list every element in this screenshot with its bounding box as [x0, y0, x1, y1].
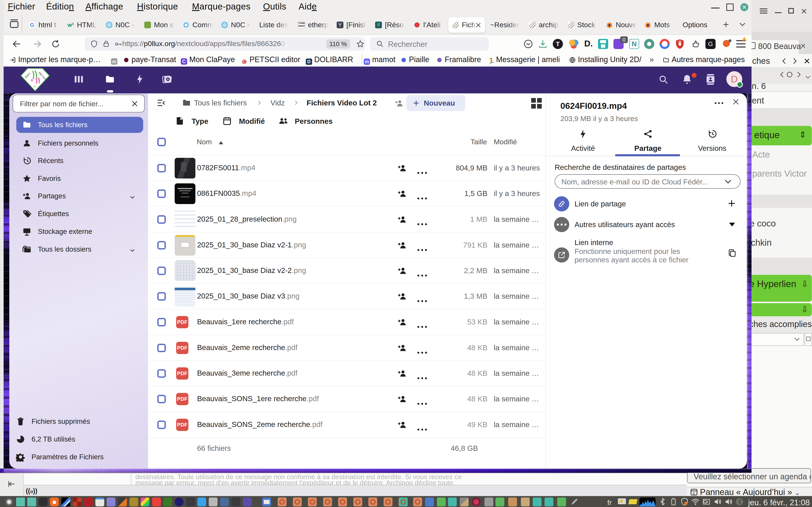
svg-text:&: &	[34, 85, 36, 88]
svg-text:6: 6	[693, 491, 695, 495]
